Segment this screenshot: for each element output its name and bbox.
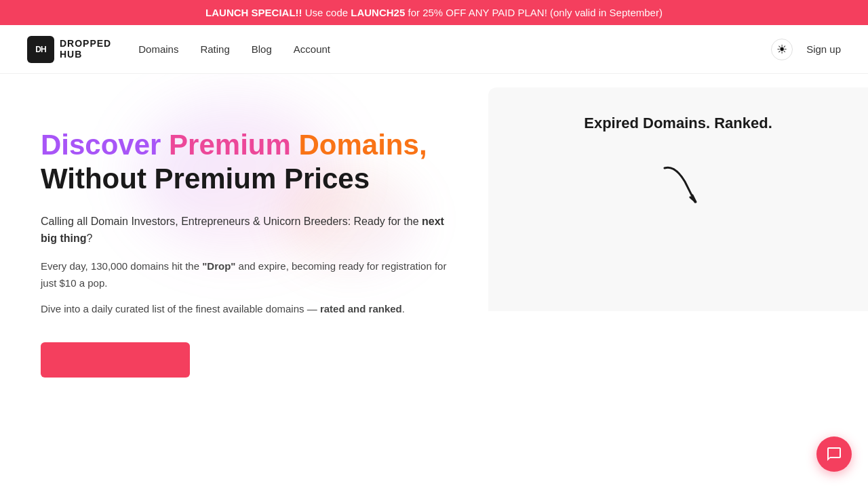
logo-icon: DH bbox=[27, 36, 54, 63]
expired-title: Expired Domains. Ranked. bbox=[584, 115, 772, 132]
title-premium: Premium bbox=[169, 129, 291, 161]
rated-ranked: rated and ranked bbox=[320, 303, 402, 314]
banner-suffix: for 25% OFF ANY PAID PLAN! (only valid i… bbox=[408, 7, 662, 18]
hero-title-line1: Discover Premium Domains, bbox=[41, 128, 448, 162]
nav-rating[interactable]: Rating bbox=[200, 43, 229, 55]
arrow-decoration bbox=[654, 158, 702, 208]
expired-section: Expired Domains. Ranked. bbox=[488, 87, 868, 311]
banner-middle: Use code bbox=[305, 7, 348, 18]
logo-text: DROPPED HUB bbox=[60, 39, 111, 60]
hero-title: Discover Premium Domains, Without Premiu… bbox=[41, 128, 448, 197]
logo-dh-text: DH bbox=[35, 45, 45, 54]
title-without: Without Premium Prices bbox=[41, 163, 370, 195]
promo-banner: LAUNCH SPECIAL!! Use code LAUNCH25 for 2… bbox=[0, 0, 868, 25]
logo-hub: HUB bbox=[60, 49, 111, 60]
nav-right: ☀ Sign up bbox=[771, 39, 841, 60]
title-domains: Domains, bbox=[299, 129, 427, 161]
hero-desc1: Every day, 130,000 domains hit the "Drop… bbox=[41, 258, 448, 292]
hero-right: Expired Domains. Ranked. Domain Dropped … bbox=[488, 74, 868, 486]
chat-button[interactable] bbox=[816, 436, 852, 472]
title-discover: Discover bbox=[41, 129, 161, 161]
hero-left: Discover Premium Domains, Without Premiu… bbox=[0, 74, 488, 486]
hero-cta-desc: Dive into a daily curated list of the fi… bbox=[41, 301, 448, 318]
banner-code: LAUNCH25 bbox=[351, 7, 405, 18]
theme-toggle-button[interactable]: ☀ bbox=[771, 39, 793, 60]
nav-links: Domains Rating Blog Account bbox=[138, 43, 771, 56]
logo-link[interactable]: DH DROPPED HUB bbox=[27, 36, 111, 63]
hero-section: Discover Premium Domains, Without Premiu… bbox=[0, 74, 868, 486]
logo-dropped: DROPPED bbox=[60, 39, 111, 49]
cta-button[interactable] bbox=[41, 342, 190, 378]
nav-blog[interactable]: Blog bbox=[252, 43, 272, 55]
banner-launch: LAUNCH SPECIAL!! bbox=[205, 7, 302, 18]
hero-subtitle: Calling all Domain Investors, Entreprene… bbox=[41, 213, 448, 247]
navbar: DH DROPPED HUB Domains Rating Blog Accou… bbox=[0, 25, 868, 74]
nav-domains[interactable]: Domains bbox=[138, 43, 178, 55]
drop-text: "Drop" bbox=[202, 260, 235, 272]
nav-account[interactable]: Account bbox=[294, 43, 330, 55]
signup-button[interactable]: Sign up bbox=[806, 43, 841, 55]
